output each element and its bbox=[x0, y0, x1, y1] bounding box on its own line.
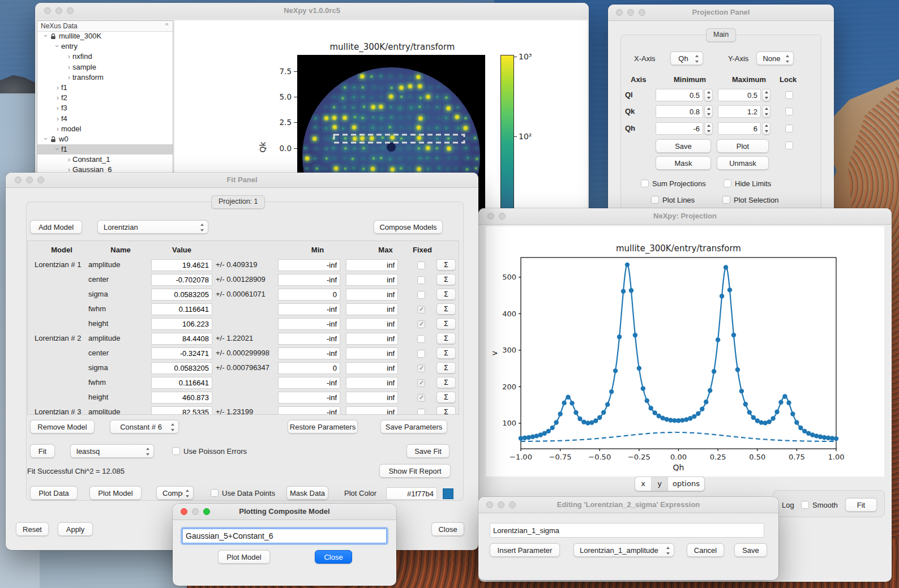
tree-item-constant_1[interactable]: ›Constant_1 bbox=[37, 154, 173, 165]
expression-sigma-button[interactable]: Σ bbox=[436, 333, 456, 344]
max-field[interactable] bbox=[346, 333, 398, 345]
fit-button[interactable]: Fit bbox=[845, 498, 877, 512]
min-field[interactable] bbox=[278, 333, 340, 345]
maximum-field[interactable] bbox=[718, 105, 761, 118]
fit-method-select[interactable]: leastsq bbox=[70, 444, 154, 458]
add-model-button[interactable]: Add Model bbox=[30, 220, 82, 234]
value-field[interactable] bbox=[151, 362, 212, 374]
expression-sigma-button[interactable]: Σ bbox=[436, 259, 456, 271]
fixed-checkbox[interactable] bbox=[417, 306, 425, 314]
fixed-checkbox[interactable] bbox=[417, 364, 425, 372]
min-field[interactable] bbox=[278, 303, 340, 315]
value-field[interactable] bbox=[151, 333, 212, 345]
tree-item-transform[interactable]: ›transform bbox=[37, 72, 173, 83]
expression-sigma-button[interactable]: Σ bbox=[436, 289, 456, 300]
tree-item-f4[interactable]: ›f4 bbox=[37, 114, 173, 124]
tree-item-sample[interactable]: ›sample bbox=[37, 62, 173, 72]
save-parameters-button[interactable]: Save Parameters bbox=[380, 420, 447, 434]
expander-icon[interactable]: › bbox=[54, 103, 61, 113]
fixed-checkbox[interactable] bbox=[417, 350, 425, 358]
tree-item-f3[interactable]: ›f3 bbox=[37, 103, 173, 113]
tree-item-nxfind[interactable]: ›nxfind bbox=[37, 51, 173, 62]
close-button[interactable]: Close bbox=[431, 522, 464, 536]
stepper-icon[interactable] bbox=[762, 105, 770, 118]
expression-sigma-button[interactable]: Σ bbox=[436, 347, 456, 359]
fixed-checkbox[interactable] bbox=[417, 276, 425, 284]
fixed-checkbox[interactable] bbox=[417, 335, 425, 343]
expression-input[interactable] bbox=[490, 523, 764, 538]
max-field[interactable] bbox=[346, 406, 398, 415]
plot-lock-checkbox[interactable] bbox=[785, 141, 793, 149]
value-field[interactable] bbox=[151, 347, 212, 359]
expander-icon[interactable]: › bbox=[54, 124, 61, 134]
value-field[interactable] bbox=[151, 274, 212, 286]
stepper-icon[interactable] bbox=[704, 105, 713, 118]
lock-checkbox[interactable] bbox=[785, 125, 793, 132]
parameters-table[interactable]: Model Name Value Min Max Fixed Lorentzia… bbox=[27, 241, 459, 415]
remove-model-button[interactable]: Remove Model bbox=[30, 420, 95, 434]
tab-projection-1[interactable]: Projection: 1 bbox=[211, 195, 265, 209]
tab-options[interactable]: options bbox=[667, 477, 704, 491]
show-fit-report-button[interactable]: Show Fit Report bbox=[379, 464, 451, 478]
max-field[interactable] bbox=[346, 318, 398, 330]
fixed-checkbox[interactable] bbox=[417, 379, 425, 387]
projection-window-titlebar[interactable]: NeXpy: Projection bbox=[478, 208, 892, 225]
min-field[interactable] bbox=[278, 274, 340, 286]
expression-sigma-button[interactable]: Σ bbox=[436, 392, 456, 403]
tree-item-f2[interactable]: ›f2 bbox=[37, 93, 173, 103]
tab-x-axis[interactable]: x bbox=[635, 477, 651, 491]
expander-icon[interactable]: › bbox=[54, 114, 61, 124]
lock-checkbox[interactable] bbox=[785, 108, 793, 115]
expander-icon[interactable]: › bbox=[41, 135, 51, 142]
expander-icon[interactable]: › bbox=[66, 62, 72, 72]
min-field[interactable] bbox=[278, 362, 340, 374]
fixed-checkbox[interactable] bbox=[417, 261, 425, 269]
value-field[interactable] bbox=[151, 406, 212, 415]
min-field[interactable] bbox=[278, 318, 340, 330]
min-field[interactable] bbox=[278, 347, 340, 359]
lock-checkbox[interactable] bbox=[785, 91, 793, 99]
minimum-field[interactable] bbox=[656, 122, 703, 135]
close-button[interactable]: Close bbox=[315, 550, 352, 564]
expression-sigma-button[interactable]: Σ bbox=[436, 362, 456, 374]
tab-main[interactable]: Main bbox=[706, 28, 736, 42]
fixed-checkbox[interactable] bbox=[417, 291, 425, 299]
plot-selection-checkbox[interactable] bbox=[722, 196, 730, 204]
fixed-checkbox[interactable] bbox=[417, 409, 425, 415]
projection-panel-titlebar[interactable]: Projection Panel bbox=[608, 5, 834, 21]
model-select[interactable]: Lorentzian bbox=[97, 220, 208, 234]
fit-button[interactable]: Fit bbox=[30, 444, 55, 458]
x-axis-select[interactable]: Qh bbox=[670, 51, 703, 65]
minimum-field[interactable] bbox=[656, 105, 703, 118]
save-button[interactable]: Save bbox=[656, 139, 711, 153]
max-field[interactable] bbox=[346, 392, 398, 404]
plot-lines-checkbox[interactable] bbox=[651, 196, 659, 204]
expander-icon[interactable]: › bbox=[41, 32, 51, 39]
plot-component-select[interactable]: Compo bbox=[156, 486, 194, 500]
tree-item-entry[interactable]: ›entry bbox=[37, 41, 173, 51]
stepper-icon[interactable] bbox=[762, 89, 770, 101]
expression-sigma-button[interactable]: Σ bbox=[436, 406, 456, 415]
plot-color-swatch[interactable] bbox=[443, 488, 453, 499]
tree-item-w0[interactable]: ›w0 bbox=[37, 134, 173, 144]
reset-button[interactable]: Reset bbox=[16, 522, 49, 536]
y-axis-select[interactable]: None bbox=[756, 51, 794, 65]
fit-panel-titlebar[interactable]: Fit Panel bbox=[6, 173, 478, 188]
restore-parameters-button[interactable]: Restore Parameters bbox=[288, 420, 358, 434]
max-field[interactable] bbox=[346, 347, 398, 359]
stepper-icon[interactable] bbox=[704, 122, 713, 135]
use-poisson-errors-checkbox[interactable] bbox=[172, 447, 180, 455]
use-data-points-checkbox[interactable] bbox=[211, 489, 219, 497]
expander-icon[interactable]: › bbox=[52, 145, 62, 152]
plot-model-button[interactable]: Plot Model bbox=[218, 550, 270, 564]
expander-icon[interactable]: › bbox=[66, 154, 72, 165]
max-field[interactable] bbox=[346, 289, 398, 301]
mask-data-button[interactable]: Mask Data bbox=[286, 486, 328, 500]
value-field[interactable] bbox=[151, 259, 212, 271]
sum-projections-checkbox[interactable] bbox=[641, 179, 649, 187]
tree-header[interactable]: NeXus Data ^ bbox=[37, 21, 173, 32]
tree-item-mullite_300k[interactable]: ›mullite_300K bbox=[37, 31, 173, 41]
minimum-field[interactable] bbox=[656, 89, 703, 101]
composite-dialog-titlebar[interactable]: Plotting Composite Model bbox=[173, 504, 396, 520]
main-titlebar[interactable]: NeXpy v1.0.0rc5 bbox=[35, 3, 589, 19]
